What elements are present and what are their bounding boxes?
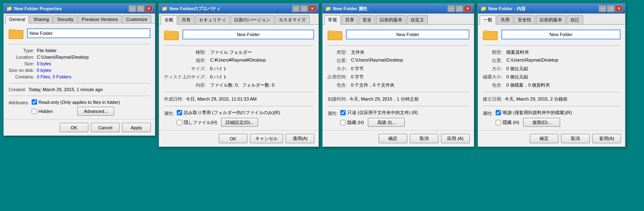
tab-chs-4[interactable]: 自定义 [407, 15, 428, 24]
hidden-checkbox-jp[interactable] [177, 120, 182, 125]
attributes-label-jp: 属性: [164, 110, 174, 127]
close-button-chs[interactable]: ✕ [464, 5, 471, 12]
titlebar-cht: 📁 New Folder - 內容 ─ □ ✕ [478, 4, 625, 14]
cancel-button[interactable]: Cancel [91, 123, 120, 132]
readonly-checkbox-chs[interactable] [340, 110, 346, 115]
tab-cht-3[interactable]: 以前的版本 [536, 15, 566, 24]
tab-chs-2[interactable]: 安全 [359, 15, 375, 24]
attributes-section-jp: 属性: 読み取り専用 (フォルダー内のファイルのみ)(R) 隠しファイル(H) … [164, 110, 314, 127]
apply-button-jp[interactable]: 適用(A) [286, 134, 314, 143]
tab-jp-2[interactable]: セキュリティ [195, 15, 230, 24]
tab-cht-0[interactable]: 一般 [480, 15, 496, 25]
advanced-button-chs[interactable]: 高级 (I)... [368, 118, 405, 127]
tab-sharing[interactable]: Sharing [30, 15, 53, 23]
maximize-button-chs[interactable]: □ [456, 5, 463, 12]
apply-button-chs[interactable]: 应用 (A) [441, 134, 470, 143]
apply-button-cht[interactable]: 套用(A) [592, 134, 621, 143]
folder-name-input[interactable] [28, 29, 150, 38]
hidden-label-chs: 隐藏 (H) [347, 119, 364, 126]
contains-label-jp: 内容: [164, 82, 206, 89]
minimize-button-cht[interactable]: ─ [599, 5, 606, 12]
titlebar-buttons-jp: ─ □ ✕ [292, 5, 316, 12]
tab-previous-versions[interactable]: Previous Versions [78, 15, 122, 23]
advanced-button[interactable]: Advanced... [77, 107, 114, 116]
titlebar-english: 📁 New Folder Properties ─ □ ✕ [4, 4, 155, 14]
ok-button-cht[interactable]: 確定 [530, 134, 559, 143]
window-chinese-traditional: 📁 New Folder - 內容 ─ □ ✕ 一般 共用 安全性 以前的版本 … [478, 3, 626, 147]
props-jp: 種類: ファイル フォルダー 場所: C:¥Users¥Raymai¥Deskt… [164, 49, 314, 89]
tab-cht-2[interactable]: 安全性 [514, 15, 535, 24]
contains-value-chs: 0 个文件，0 个文件夹 [351, 82, 469, 89]
cancel-button-chs[interactable]: 取消 [410, 134, 439, 143]
minimize-button[interactable]: ─ [129, 5, 136, 12]
size-label: Size: [9, 61, 34, 67]
type-label: Type: [9, 48, 34, 53]
maximize-button[interactable]: □ [137, 5, 144, 12]
button-row-cht: 確定 取消 套用(A) [478, 130, 625, 147]
svg-rect-12 [484, 32, 497, 39]
tab-jp-3[interactable]: 以前のバージョン [231, 15, 274, 24]
created-label-jp: 作成日時: [164, 96, 183, 103]
created-value-jp: 今日, March 29, 2015, 11:01:33 AM [186, 96, 314, 103]
ok-button-chs[interactable]: 确定 [379, 134, 407, 143]
tab-security[interactable]: Security [53, 15, 77, 23]
tab-bar: General Sharing Security Previous Versio… [4, 14, 155, 23]
attr-controls-cht: 唯讀 (僅套用到資料夾中的檔案)(R) 隱藏 (H) 進階(D)... [496, 110, 620, 127]
folder-icon-cht [483, 28, 499, 41]
hidden-label-jp: 隠しファイル(H) [184, 119, 217, 126]
ok-button[interactable]: OK [60, 123, 88, 132]
location-value: C:\Users\Raymai\Desktop [37, 54, 150, 60]
readonly-checkbox-cht[interactable] [496, 110, 501, 115]
tab-jp-4[interactable]: カスタマイズ [275, 15, 309, 24]
readonly-row-cht: 唯讀 (僅套用到資料夾中的檔案)(R) [496, 110, 620, 116]
size-on-disk-label: Size on disk: [9, 67, 34, 73]
minimize-button-jp[interactable]: ─ [292, 5, 300, 12]
created-row: Created: Today, March 29, 2015, 1 minute… [9, 87, 150, 92]
cancel-button-jp[interactable]: キャンセル [250, 134, 283, 143]
tab-cht-4[interactable]: 自訂 [567, 15, 583, 24]
readonly-label: Read-only (Only applies to files in fold… [39, 100, 120, 105]
readonly-checkbox[interactable] [32, 99, 37, 105]
tab-jp-1[interactable]: 共有 [178, 15, 194, 24]
close-button-cht[interactable]: ✕ [615, 5, 623, 12]
maximize-button-jp[interactable]: □ [300, 5, 308, 12]
folder-name-display-cht: New Folder [502, 30, 620, 39]
maximize-button-cht[interactable]: □ [607, 5, 614, 12]
readonly-checkbox-jp[interactable] [177, 110, 182, 115]
advanced-button-cht[interactable]: 進階(D)... [523, 118, 560, 127]
hidden-checkbox-chs[interactable] [340, 120, 346, 125]
props-chs: 类型: 文件夹 位置: C:\Users\Raymai\Desktop 大小: … [328, 49, 469, 89]
hidden-checkbox-cht[interactable] [496, 120, 501, 125]
content-area-chs: New Folder 类型: 文件夹 位置: C:\Users\Raymai\D… [323, 25, 474, 130]
tab-bar-cht: 一般 共用 安全性 以前的版本 自訂 [478, 14, 625, 25]
tab-cht-1[interactable]: 共用 [497, 15, 513, 24]
cancel-button-cht[interactable]: 取消 [561, 134, 590, 143]
apply-button[interactable]: Apply [122, 123, 151, 132]
attr-controls-chs: 只读 (仅应用于文件夹中的文件) (R) 隐藏 (H) 高级 (I)... [340, 110, 469, 127]
attr-controls-jp: 読み取り専用 (フォルダー内のファイルのみ)(R) 隠しファイル(H) 詳細設定… [177, 110, 314, 127]
size-value-jp: 0 バイト [210, 65, 314, 72]
contains-value-jp: ファイル数: 0、フォルダー数: 0 [210, 82, 314, 89]
tab-chs-1[interactable]: 共享 [342, 15, 358, 24]
minimize-button-chs[interactable]: ─ [448, 5, 455, 12]
divider-jp-2 [164, 92, 314, 92]
close-button[interactable]: ✕ [145, 5, 152, 12]
tab-jp-0[interactable]: 全般 [161, 15, 177, 25]
titlebar-chs: 📁 New Folder 属性 ─ □ ✕ [323, 4, 474, 14]
advanced-button-jp[interactable]: 詳細設定(D)... [221, 118, 258, 127]
ok-button-jp[interactable]: OK [219, 134, 247, 143]
close-button-jp[interactable]: ✕ [309, 5, 316, 12]
tab-chs-3[interactable]: 以前的版本 [376, 15, 406, 24]
content-area: Type: File folder Location: C:\Users\Ray… [4, 23, 155, 119]
window-folder-icon: 📁 [6, 6, 12, 11]
contains-label-chs: 包含: [328, 82, 347, 89]
readonly-row-chs: 只读 (仅应用于文件夹中的文件) (R) [340, 110, 469, 116]
content-area-jp: New Folder 種類: ファイル フォルダー 場所: C:¥Users¥R… [159, 25, 319, 130]
attributes-label-cht: 屬性: [483, 110, 493, 127]
tab-general[interactable]: General [5, 15, 29, 23]
hidden-checkbox[interactable] [32, 109, 37, 114]
tab-chs-0[interactable]: 常规 [324, 15, 341, 25]
tab-customize[interactable]: Customize [122, 15, 151, 23]
tab-bar-jp: 全般 共有 セキュリティ 以前のバージョン カスタマイズ [159, 14, 319, 25]
button-row: OK Cancel Apply [4, 119, 155, 135]
